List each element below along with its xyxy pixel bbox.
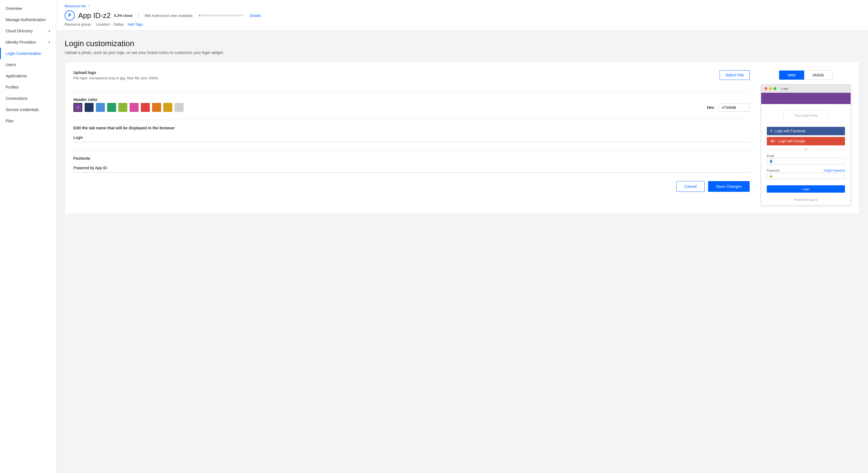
forgot-password-link: Forgot Password [824, 169, 845, 172]
color-swatch-9[interactable] [175, 103, 184, 112]
hex-input[interactable] [719, 104, 750, 112]
lock-icon: 🔒 [769, 174, 773, 177]
sidebar-item-users[interactable]: Users [0, 59, 56, 70]
sidebar-item-profiles[interactable]: Profiles [0, 82, 56, 93]
tab-name-section: Edit the tab name that will be displayed… [73, 126, 750, 142]
password-label: Password: Forgot Password [767, 169, 845, 172]
mock-browser-window: Login Your logo here f Login with Facebo… [761, 84, 851, 206]
browser-dot-red [765, 87, 767, 90]
color-swatch-4[interactable] [118, 103, 127, 112]
sidebar-item-overview[interactable]: Overview [0, 3, 56, 14]
divider-2 [73, 120, 750, 120]
email-field-section: Email: 👤 [761, 153, 850, 168]
sidebar-item-label: Connections [6, 96, 28, 101]
action-buttons: Cancel Save Changes [73, 181, 750, 192]
location-value: Dallas [114, 22, 124, 26]
usage-badge: 0.2% Used [114, 13, 132, 18]
breadcrumb-resource-list-link[interactable]: Resource list [65, 4, 86, 8]
sidebar-item-applications[interactable]: Applications [0, 70, 56, 82]
header-color-title: Header color [73, 97, 750, 102]
color-swatch-7[interactable] [152, 103, 161, 112]
app-icon: P [65, 10, 75, 21]
page-content: Login customization Upload a photo, such… [56, 31, 868, 473]
sidebar-item-service-credentials[interactable]: Service credentials [0, 104, 56, 115]
sidebar-item-connections[interactable]: Connections [0, 93, 56, 104]
mock-google-btn: G+ Login with Google [767, 137, 845, 145]
upload-row: Upload logo File type: transparent png o… [73, 70, 750, 84]
meta-row: Resource group: Location: Dallas Add Tag… [65, 22, 860, 26]
color-swatch-8[interactable] [163, 103, 172, 112]
sidebar: Overview Manage Authentication Cloud Dir… [0, 0, 56, 473]
sidebar-item-plan[interactable]: Plan [0, 115, 56, 126]
page-header: Resource list / P App ID-z2 0.2% Used | … [56, 0, 868, 31]
color-swatch-5[interactable] [130, 103, 138, 112]
checkmark-icon: ✓ [76, 105, 80, 110]
right-panel: Web Mobile Login Your logo here f [761, 70, 851, 206]
color-swatch-6[interactable] [141, 103, 150, 112]
color-swatch-2[interactable] [96, 103, 105, 112]
hex-input-group: Hex [707, 104, 750, 112]
left-panel: Upload logo File type: transparent png o… [73, 70, 750, 206]
color-swatch-1[interactable] [85, 103, 94, 112]
mock-login-header [761, 93, 850, 104]
mock-logo-placeholder: Your logo here [783, 109, 828, 122]
progress-bar-fill [199, 14, 200, 16]
sidebar-item-manage-auth[interactable]: Manage Authentication [0, 14, 56, 25]
sidebar-item-label: Service credentials [6, 108, 39, 112]
sidebar-item-label: Profiles [6, 85, 19, 89]
divider-1 [73, 91, 750, 92]
color-swatch-0[interactable]: ✓ [73, 103, 82, 112]
header-color-section: Header color ✓ [73, 97, 750, 112]
breadcrumb: Resource list / [65, 4, 860, 8]
upload-title: Upload logo [73, 70, 159, 75]
details-link[interactable]: Details [250, 13, 261, 18]
sidebar-item-label: Applications [6, 74, 27, 78]
hex-label: Hex [707, 105, 714, 110]
preview-tab-web[interactable]: Web [779, 70, 804, 80]
mock-email-input: 👤 [767, 158, 845, 165]
footnote-input[interactable] [73, 164, 750, 173]
select-file-button[interactable]: Select File [720, 70, 750, 80]
color-swatch-3[interactable] [107, 103, 116, 112]
add-tags-link[interactable]: Add Tags [128, 22, 143, 26]
mock-facebook-btn: f Login with Facebook [767, 127, 845, 135]
app-title-row: P App ID-z2 0.2% Used | 998 Authorized u… [65, 10, 860, 21]
sidebar-item-label: Login Customization [6, 51, 41, 56]
mock-password-input: 🔒 [767, 173, 845, 179]
resource-group-label: Resource group: [65, 22, 92, 26]
chevron-down-icon: ▾ [49, 40, 50, 44]
google-btn-label: Login with Google [778, 139, 805, 143]
footnote-label: Footnote [73, 156, 750, 160]
google-icon: G+ [771, 139, 775, 143]
sidebar-item-cloud-directory[interactable]: Cloud Directory ▾ [0, 25, 56, 36]
page-title: Login customization [65, 39, 860, 48]
tab-name-input[interactable] [73, 133, 750, 142]
usage-progress-bar [199, 14, 244, 16]
usage-separator: | [138, 13, 139, 18]
sidebar-item-label: Users [6, 62, 16, 67]
save-button[interactable]: Save Changes [708, 181, 750, 192]
color-swatches: ✓ [73, 103, 184, 112]
sidebar-item-identity-providers[interactable]: Identity Providers ▾ [0, 36, 56, 48]
browser-chrome: Login [761, 85, 850, 93]
mock-login-button: Login [767, 185, 845, 193]
sidebar-item-label: Cloud Directory [6, 29, 33, 33]
cancel-button[interactable]: Cancel [676, 181, 705, 192]
browser-tab-label: Login [781, 87, 788, 90]
preview-tab-mobile[interactable]: Mobile [804, 70, 833, 80]
main-content: Resource list / P App ID-z2 0.2% Used | … [56, 0, 868, 473]
upload-logo-section: Upload logo File type: transparent png o… [73, 70, 750, 84]
tab-name-label: Edit the tab name that will be displayed… [73, 126, 750, 130]
email-label: Email: [767, 154, 845, 157]
usage-count: 998 Authorized user available [145, 13, 192, 18]
footnote-section: Footnote [73, 156, 750, 173]
divider-3 [73, 150, 750, 150]
chevron-down-icon: ▾ [49, 29, 50, 33]
sidebar-item-login-customization[interactable]: Login Customization [0, 48, 56, 59]
browser-body: Your logo here f Login with Facebook G+ … [761, 93, 850, 205]
facebook-btn-label: Login with Facebook [775, 129, 806, 133]
customization-card: Upload logo File type: transparent png o… [65, 62, 860, 214]
upload-info: Upload logo File type: transparent png o… [73, 70, 159, 84]
color-row: ✓ Hex [73, 103, 750, 112]
sidebar-item-label: Manage Authentication [6, 18, 45, 22]
